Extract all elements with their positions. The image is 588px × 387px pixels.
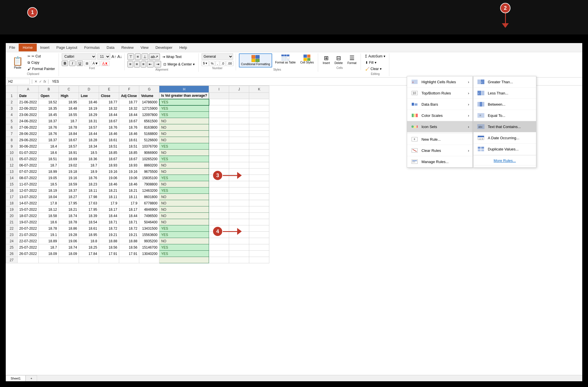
cell-7-0[interactable]: 28-06-2022: [18, 131, 39, 137]
increase-decimal-button[interactable]: .00: [226, 61, 233, 66]
cell-10-6[interactable]: 9066900: [139, 150, 159, 156]
cell-23-1[interactable]: 19.1: [39, 232, 59, 238]
row-header-18[interactable]: 18: [6, 200, 18, 206]
cell-20-2[interactable]: 18.74: [59, 213, 79, 219]
cell-12-5[interactable]: 18.93: [119, 162, 139, 169]
cell-3-0[interactable]: 22-06-2022: [18, 105, 39, 112]
cell-7-3[interactable]: 18.44: [79, 131, 99, 137]
font-grow-icon[interactable]: A↑: [111, 54, 116, 59]
row-header-21[interactable]: 21: [6, 219, 18, 225]
cell-25-7[interactable]: YES: [159, 244, 209, 251]
cell-27-4[interactable]: [99, 257, 119, 263]
cell-18-8[interactable]: [209, 200, 229, 206]
conditional-formatting-button[interactable]: Conditional Formatting: [239, 53, 272, 67]
cell-26-9[interactable]: [229, 251, 249, 257]
cell-24-9[interactable]: [229, 238, 249, 244]
clear-button[interactable]: 🧹 Clear ▾: [364, 66, 387, 72]
cell-15-10[interactable]: [249, 181, 269, 187]
cell-13-3[interactable]: 18.9: [79, 169, 99, 175]
cell-13-6[interactable]: 9675500: [139, 169, 159, 175]
cell-8-6[interactable]: 5126600: [139, 137, 159, 143]
cell-19-4[interactable]: 18.17: [99, 206, 119, 213]
cell-24-0[interactable]: 22-07-2022: [18, 238, 39, 244]
cell-4-9[interactable]: [229, 112, 249, 118]
cell-5-8[interactable]: [209, 118, 229, 124]
cell-10-8[interactable]: [209, 150, 229, 156]
cut-button[interactable]: ✂ ✂ Cut: [26, 53, 56, 59]
cell-16-7[interactable]: YES: [159, 187, 209, 194]
cell-20-0[interactable]: 18-07-2022: [18, 213, 39, 219]
cell-17-0[interactable]: 13-07-2022: [18, 194, 39, 200]
format-button[interactable]: ☰ Format: [346, 53, 358, 66]
underline-button[interactable]: U: [77, 61, 83, 66]
cell-10-4[interactable]: 18.85: [99, 150, 119, 156]
cell-20-8[interactable]: [209, 213, 229, 219]
row-header-6[interactable]: 6: [6, 124, 18, 131]
cell-3-10[interactable]: [249, 105, 269, 112]
less-than-item[interactable]: ‹ Less Than...: [473, 88, 536, 99]
cell-6-6[interactable]: 8163800: [139, 124, 159, 131]
cell-14-2[interactable]: 19.16: [59, 175, 79, 181]
comma-button[interactable]: ,: [216, 61, 219, 66]
row-header-7[interactable]: 7: [6, 131, 18, 137]
cell-17-10[interactable]: [249, 194, 269, 200]
align-bottom-button[interactable]: ⊥: [142, 53, 148, 60]
cell-22-2[interactable]: 18.86: [59, 225, 79, 232]
cell-3-2[interactable]: 18.48: [59, 105, 79, 112]
cell-9-0[interactable]: 30-06-2022: [18, 143, 39, 150]
cell-4-5[interactable]: 18.44: [119, 112, 139, 118]
cell-6-0[interactable]: 27-06-2022: [18, 124, 39, 131]
more-rules-item[interactable]: More Rules...: [473, 156, 536, 165]
cell-14-10[interactable]: [249, 175, 269, 181]
cell-22-5[interactable]: 18.72: [119, 225, 139, 232]
cell-18-3[interactable]: 17.63: [79, 200, 99, 206]
cell-15-8[interactable]: [209, 181, 229, 187]
cell-27-2[interactable]: [59, 257, 79, 263]
data-bars-item[interactable]: Data Bars ›: [407, 99, 473, 110]
row-header-5[interactable]: 5: [6, 118, 18, 124]
cell-8-9[interactable]: [229, 137, 249, 143]
cell-1-6[interactable]: Volume: [139, 93, 159, 99]
align-left-button[interactable]: ≡: [127, 61, 133, 67]
cell-26-10[interactable]: [249, 251, 269, 257]
cell-3-1[interactable]: 18.35: [39, 105, 59, 112]
cell-10-1[interactable]: 18.6: [39, 150, 59, 156]
cell-12-9[interactable]: [229, 162, 249, 169]
cell-8-0[interactable]: 29-06-2022: [18, 137, 39, 143]
highlight-cells-rules-item[interactable]: ≤ Highlight Cells Rules ›: [407, 76, 473, 88]
cell-21-10[interactable]: [249, 219, 269, 225]
cell-15-5[interactable]: 18.46: [119, 181, 139, 187]
cell-18-5[interactable]: 17.9: [119, 200, 139, 206]
cell-7-9[interactable]: [229, 131, 249, 137]
cell-21-8[interactable]: [209, 219, 229, 225]
top-bottom-rules-item[interactable]: 10 Top/Bottom Rules ›: [407, 88, 473, 99]
cell-5-0[interactable]: 24-06-2022: [18, 118, 39, 124]
cell-6-4[interactable]: 18.76: [99, 124, 119, 131]
cell-25-2[interactable]: 18.74: [59, 244, 79, 251]
cell-16-1[interactable]: 18.19: [39, 187, 59, 194]
cell-11-10[interactable]: [249, 156, 269, 162]
row-header-20[interactable]: 20: [6, 213, 18, 219]
row-header-10[interactable]: 10: [6, 150, 18, 156]
cell-18-1[interactable]: 17.8: [39, 200, 59, 206]
row-header-19[interactable]: 19: [6, 206, 18, 213]
cell-10-10[interactable]: [249, 150, 269, 156]
row-header-16[interactable]: 16: [6, 187, 18, 194]
cell-6-8[interactable]: [209, 124, 229, 131]
cell-4-1[interactable]: 18.45: [39, 112, 59, 118]
cell-19-2[interactable]: 18.21: [59, 206, 79, 213]
menu-view[interactable]: View: [137, 44, 152, 51]
cell-11-9[interactable]: [229, 156, 249, 162]
cell-11-6[interactable]: 10265200: [139, 156, 159, 162]
fill-button[interactable]: ⬇ Fill ▾: [364, 60, 387, 65]
cell-23-7[interactable]: YES: [159, 232, 209, 238]
cell-19-6[interactable]: 4846900: [139, 206, 159, 213]
cell-15-6[interactable]: 7908800: [139, 181, 159, 187]
cell-6-7[interactable]: NO: [159, 124, 209, 131]
menu-review[interactable]: Review: [118, 44, 137, 51]
cell-17-4[interactable]: 18.11: [99, 194, 119, 200]
menu-developer[interactable]: Developer: [152, 44, 176, 51]
cell-11-2[interactable]: 18.69: [59, 156, 79, 162]
cell-13-10[interactable]: [249, 169, 269, 175]
font-color-button[interactable]: A▼: [101, 61, 109, 66]
